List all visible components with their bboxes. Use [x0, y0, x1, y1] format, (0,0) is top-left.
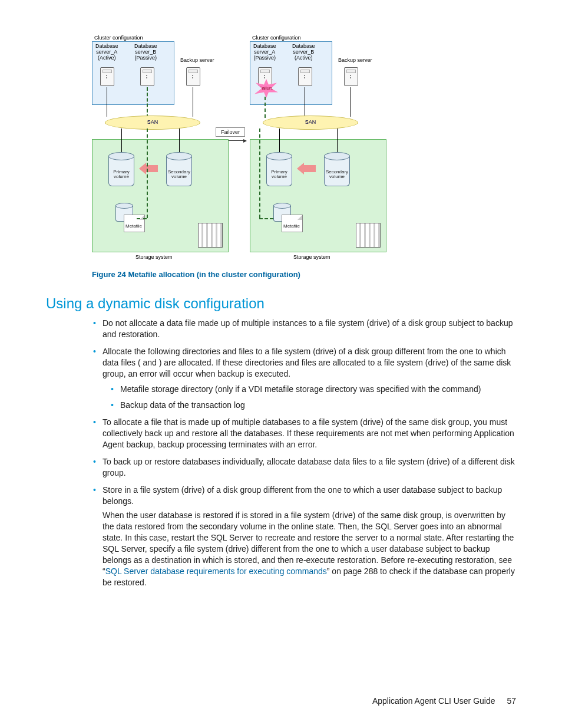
page-number: 57 [507, 696, 516, 706]
bullet-item: To back up or restore databases individu… [103, 456, 516, 479]
failover-label: Failover [216, 127, 245, 137]
sub-bullet-item: Metafile storage directory (only if a VD… [120, 384, 516, 395]
right-cluster-title: Cluster configuration [252, 35, 301, 41]
footer-title: Application Agent CLI User Guide [372, 696, 495, 706]
bullet-item: Store in a file system (drive) of a disk… [103, 485, 516, 588]
server-icon [186, 67, 201, 88]
storage-right-label: Storage system [293, 255, 330, 261]
page-footer: Application Agent CLI User Guide 57 [372, 696, 516, 706]
cross-reference-link[interactable]: SQL Server database requirements for exe… [105, 566, 327, 576]
disk-array-icon [356, 223, 381, 248]
figure-caption: Figure 24 Metafile allocation (in the cl… [92, 270, 516, 279]
san-left: SAN [105, 116, 200, 130]
right-server-a-label: Database server_A (Passive) [253, 44, 276, 61]
metafile-doc-right: Metafile [282, 215, 303, 232]
left-backup-label: Backup server [180, 58, 214, 64]
sync-arrow-icon [139, 163, 160, 174]
right-backup-label: Backup server [338, 58, 372, 64]
disk-array-icon [198, 223, 223, 248]
bullet-item: Do not allocate a data file made up of m… [103, 318, 516, 340]
storage-left-label: Storage system [135, 255, 173, 261]
figure-diagram: Cluster configuration Database server_A … [92, 34, 516, 265]
sync-arrow-icon [297, 163, 318, 174]
right-server-b-label: Database server_B (Active) [292, 44, 315, 61]
primary-volume-left: Primary volume [108, 152, 134, 186]
server-icon [140, 67, 156, 88]
secondary-volume-left: Secondary volume [166, 152, 192, 186]
san-right: SAN [263, 116, 358, 130]
primary-volume-right: Primary volume [266, 152, 292, 186]
bullet-item: Allocate the following directories and f… [103, 346, 516, 411]
left-server-a-label: Database server_A (Active) [95, 44, 118, 61]
bullet-item: To allocate a file that is made up of mu… [103, 417, 516, 450]
server-icon [344, 67, 359, 88]
bullet-text: Allocate the following directories and f… [103, 347, 511, 378]
section-heading: Using a dynamic disk configuration [46, 295, 516, 312]
left-server-b-label: Database server_B (Passive) [134, 44, 157, 61]
left-cluster-title: Cluster configuration [94, 35, 143, 41]
secondary-volume-right: Secondary volume [324, 152, 350, 186]
sub-bullet-item: Backup data of the transaction log [120, 400, 516, 411]
metafile-doc-left: Metafile [124, 215, 145, 232]
bullet-text: Store in a file system (drive) of a disk… [103, 485, 502, 506]
server-icon [100, 67, 115, 88]
server-icon [298, 67, 313, 88]
